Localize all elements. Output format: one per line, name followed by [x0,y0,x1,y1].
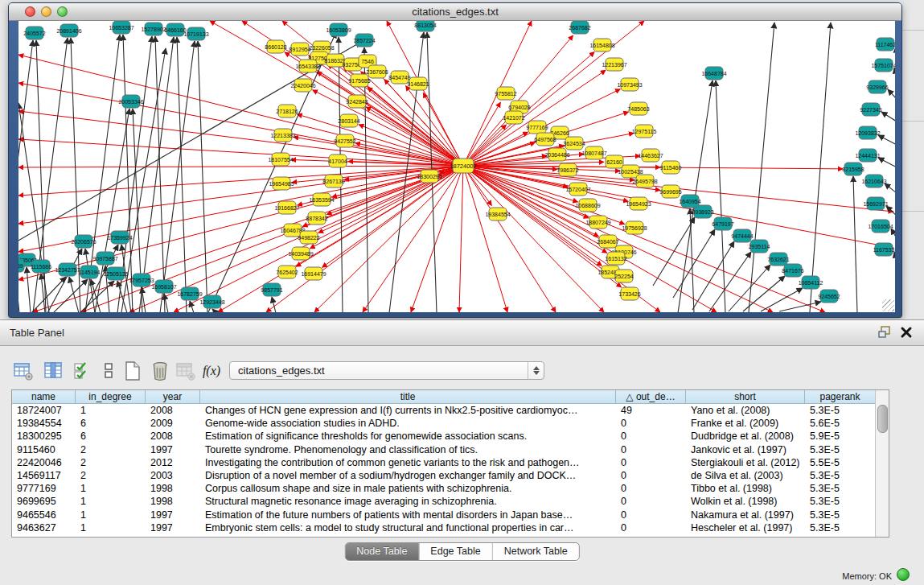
column-header-out_de[interactable]: △ out_de… [616,390,686,404]
resize-grip[interactable] [882,299,894,311]
column-header-pagerank[interactable]: pagerank [805,390,876,404]
table-cell: 5.3E-5 [805,443,876,456]
zoom-window-button[interactable] [57,6,68,17]
column-header-in_degree[interactable]: in_degree [76,390,146,404]
network-canvas[interactable]: 8660128891295423226058812750816543382818… [18,21,895,312]
table-cell: 22420046 [12,456,76,469]
table-cell: 2009 [146,417,200,430]
graph-node-label: 9329966 [866,84,888,90]
graph-node-label: 12505135 [103,271,128,277]
table-scrollbar-thumb[interactable] [877,405,888,433]
table-row[interactable]: 1456911722003Disruption of a novel membe… [12,469,889,482]
close-window-button[interactable] [25,6,35,17]
window-titlebar[interactable]: citations_edges.txt [9,3,901,21]
graph-node-label: 10807487 [581,150,606,156]
graph-node-label: 22420046 [290,83,315,89]
select-columns-button[interactable] [71,359,95,383]
table-cell: Disruption of a novel member of a sodium… [200,469,616,482]
float-panel-icon [878,326,893,339]
table-row[interactable]: 911546021997Tourette syndrome. Phenomeno… [12,443,889,456]
graph-node-label: 17957253 [129,278,154,283]
column-header-short[interactable]: short [686,390,805,404]
table-cell: 0 [616,469,686,482]
citation-network-graph[interactable]: 8660128891295423226058812750816543382818… [18,21,895,312]
table-row[interactable]: 946362711997Embryonic stem cells: a mode… [12,521,889,534]
minimize-window-button[interactable] [41,6,51,17]
graph-node-label: 18807249 [585,220,610,225]
table-row[interactable]: 977716911998Corpus callosum shape and si… [12,482,889,495]
function-builder-button[interactable]: f(x) [199,359,224,383]
table-row[interactable]: 1872400712008Changes of HCN gene express… [12,404,889,417]
table-settings-button[interactable] [11,359,35,383]
table-cell: Estimation of the future numbers of pati… [200,509,616,521]
table-row[interactable]: 2242004622012Investigating the contribut… [12,456,889,469]
table-cell: 0 [616,495,686,508]
column-header-year[interactable]: year [146,390,200,404]
table-cell: Changes of HCN gene expression and I(f) … [200,404,616,417]
graph-node-label: 417004 [328,159,347,164]
table-cell: 19384554 [12,417,76,430]
graph-edge [212,309,216,312]
graph-edge [18,139,463,166]
graph-node-label: 12093832 [855,130,880,136]
table-cell: 9115460 [12,443,76,456]
table-scrollbar[interactable] [875,390,889,537]
table-cell: 9463627 [12,521,76,534]
tab-edge-table[interactable]: Edge Table [419,543,492,560]
float-panel-button[interactable] [877,326,893,340]
node-table: namein_degreeyeartitle△ out_de…shortpage… [11,389,889,538]
trash-icon [150,360,170,381]
graph-node-label: 18107554 [268,157,293,163]
table-cell: 5.6E-5 [805,417,876,430]
graph-edge [779,302,821,311]
tab-network-table[interactable]: Network Table [493,543,579,560]
table-cell: Tibbo et al. (1998) [686,482,805,495]
tab-node-table[interactable]: Node Table [345,543,419,560]
graph-node-label: 12213967 [602,62,626,68]
table-row[interactable]: 1938455462009Genome-wide association stu… [12,417,889,430]
new-document-button[interactable] [121,359,145,383]
table-row[interactable]: 946554611997Estimation of the future num… [12,509,889,521]
graph-node-label: 39159 [18,263,23,269]
graph-node-label: 1640954 [679,199,700,204]
table-cell: 1997 [146,509,200,521]
delete-table-button[interactable] [148,359,172,383]
graph-node-label: 7857224 [353,38,375,43]
column-header-name[interactable]: name [12,390,76,404]
graph-node-label: 8471676 [782,268,803,274]
graph-node-label: 1167533 [873,247,895,253]
row-height-button[interactable] [97,359,121,383]
graph-node-label: 10025438 [618,169,643,175]
graph-node-label: 9699695 [659,189,681,195]
graph-node-label: 9498222 [298,235,319,241]
table-cell: Investigating the contribution of common… [200,456,616,469]
graph-node-label: 9146821 [407,81,429,87]
table-cell: 2008 [146,404,200,417]
graph-node-label: 2935114 [749,244,770,249]
graph-node-label: 15692971 [863,201,888,207]
graph-node-label: 9777169 [526,125,548,130]
graph-node-label: 10688609 [575,203,600,208]
table-cell: Stergiakouli et al. (2012) [686,456,805,469]
graph-edge [272,297,276,312]
graph-node-label: 1115686 [31,264,51,270]
table-panel-header: Table Panel [0,319,924,346]
table-cell: 6 [76,430,146,443]
graph-node-label: 23226058 [309,45,334,51]
graph-edge [673,229,715,298]
graph-node-label: 7546 [361,59,374,64]
table-source-dropdown[interactable]: citations_edges.txt [229,361,544,380]
edit-columns-icon [43,360,64,381]
table-cell: 0 [616,443,686,456]
graph-edge [878,135,895,145]
edit-columns-button[interactable] [42,359,66,383]
graph-node-label: 16353594 [309,197,334,203]
table-cell: 5.3E-5 [805,521,876,534]
table-source-value: citations_edges.txt [238,365,325,377]
column-header-title[interactable]: title [200,390,616,404]
table-cell: Franke et al. (2009) [686,417,805,430]
table-cell: Hescheler et al. (1997) [686,521,805,534]
table-row[interactable]: 1830029562008Estimation of significance … [12,430,889,443]
close-panel-button[interactable] [898,326,914,340]
table-row[interactable]: 969969511998Structural magnetic resonanc… [12,495,889,508]
